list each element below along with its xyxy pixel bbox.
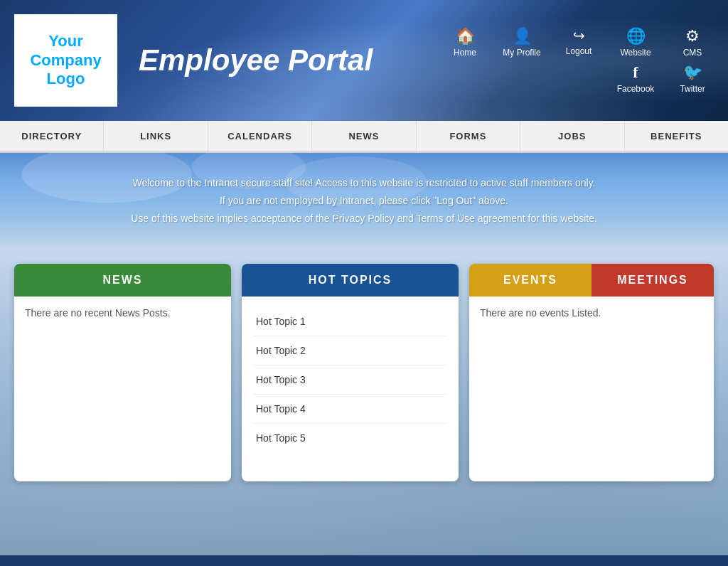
nav-website[interactable]: 🌐 Website (614, 27, 657, 58)
events-header: EVENTS (469, 264, 592, 297)
logout-icon: ↪ (573, 27, 585, 44)
nav-cms[interactable]: ⚙ CMS (671, 27, 714, 58)
news-widget-body: There are no recent News Posts. (14, 297, 231, 481)
top-nav: 🏠 Home 👤 My Profile ↪ Logout 🌐 Website ⚙ (444, 27, 714, 94)
cms-icon: ⚙ (685, 27, 700, 46)
hot-topic-item-1[interactable]: Hot Topic 1 (252, 307, 448, 336)
welcome-text: Welcome to the Intranet secure staff sit… (14, 174, 714, 228)
news-empty-message: There are no recent News Posts. (25, 307, 220, 319)
navbar-item-links[interactable]: LINKS (104, 121, 208, 151)
navbar-item-calendars[interactable]: CALENDARS (208, 121, 312, 151)
hot-topic-item-3[interactable]: Hot Topic 3 (252, 365, 448, 395)
hot-topics-widget: HOT TOPICS Hot Topic 1 Hot Topic 2 Hot T… (242, 264, 459, 481)
nav-home[interactable]: 🏠 Home (444, 27, 486, 58)
navbar-item-directory[interactable]: DIRECTORY (0, 121, 104, 151)
hot-topic-item-5[interactable]: Hot Topic 5 (252, 424, 448, 452)
site-title: Employee Portal (139, 43, 444, 78)
nav-facebook-label: Facebook (617, 84, 655, 94)
news-widget: NEWS There are no recent News Posts. (14, 264, 231, 481)
navbar: DIRECTORY LINKS CALENDARS NEWS FORMS JOB… (0, 121, 728, 153)
nav-profile-label: My Profile (503, 48, 540, 58)
navbar-item-benefits[interactable]: BENEFITS (625, 121, 728, 151)
welcome-line1: Welcome to the Intranet secure staff sit… (14, 174, 714, 192)
company-logo: Your Company Logo (14, 14, 117, 107)
welcome-area: Welcome to the Intranet secure staff sit… (0, 153, 728, 250)
nav-twitter-label: Twitter (680, 84, 705, 94)
navbar-item-news[interactable]: NEWS (312, 121, 416, 151)
meetings-header: MEETINGS (592, 264, 714, 297)
hot-topics-widget-body: Hot Topic 1 Hot Topic 2 Hot Topic 3 Hot … (242, 297, 459, 481)
top-nav-row: 🏠 Home 👤 My Profile ↪ Logout 🌐 Website ⚙ (444, 27, 714, 58)
navbar-item-jobs[interactable]: JOBS (520, 121, 624, 151)
home-icon: 🏠 (456, 27, 475, 46)
meetings-header-label: MEETINGS (617, 274, 688, 286)
welcome-line3: Use of this website implies acceptance o… (14, 210, 714, 228)
navbar-item-forms[interactable]: FORMS (417, 121, 520, 151)
events-meetings-widget: EVENTS MEETINGS There are no events List… (469, 264, 714, 481)
nav-home-label: Home (454, 48, 476, 58)
header: Your Company Logo Employee Portal 🏠 Home… (0, 0, 728, 121)
nav-twitter[interactable]: 🐦 Twitter (671, 63, 714, 94)
social-nav-row: f Facebook 🐦 Twitter (614, 63, 714, 94)
logo-text: Your Company Logo (30, 32, 101, 88)
events-empty-message: There are no events Listed. (480, 307, 703, 319)
news-header-label: NEWS (103, 274, 143, 286)
nav-my-profile[interactable]: 👤 My Profile (500, 27, 543, 58)
events-header-label: EVENTS (503, 274, 557, 286)
news-widget-header: NEWS (14, 264, 231, 297)
footer: Terms of Use | Privacy Policy | Report S… (0, 555, 728, 566)
nav-website-label: Website (620, 48, 651, 58)
hot-topic-item-4[interactable]: Hot Topic 4 (252, 395, 448, 424)
nav-cms-label: CMS (683, 48, 702, 58)
hot-topics-header-label: HOT TOPICS (309, 274, 392, 286)
twitter-icon: 🐦 (683, 63, 702, 82)
hot-topics-widget-header: HOT TOPICS (242, 264, 459, 297)
hot-topic-item-2[interactable]: Hot Topic 2 (252, 336, 448, 365)
welcome-line2: If you are not employed by Intranet, ple… (14, 192, 714, 210)
profile-icon: 👤 (513, 27, 532, 46)
main-content: NEWS There are no recent News Posts. HOT… (0, 250, 728, 555)
website-icon: 🌐 (626, 27, 646, 46)
nav-logout-label: Logout (566, 46, 592, 56)
facebook-icon: f (633, 63, 638, 82)
events-meetings-widget-body: There are no events Listed. (469, 297, 714, 481)
nav-logout[interactable]: ↪ Logout (557, 27, 600, 58)
nav-facebook[interactable]: f Facebook (614, 63, 657, 94)
events-meetings-header-row: EVENTS MEETINGS (469, 264, 714, 297)
widgets-row: NEWS There are no recent News Posts. HOT… (14, 264, 714, 481)
